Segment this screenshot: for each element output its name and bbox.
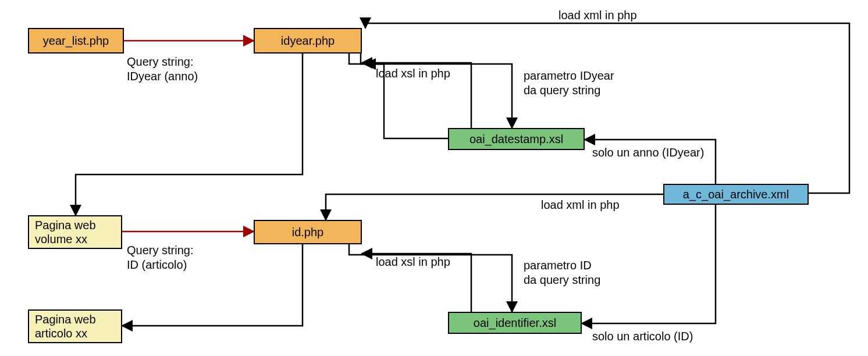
node-idyear: idyear.php — [254, 28, 362, 54]
diagram-canvas: { "nodes": { "year_list": "year_list.php… — [0, 0, 868, 356]
node-label: Pagina web articolo xx — [35, 312, 96, 340]
node-label: id.php — [292, 225, 324, 239]
label-query-string-id: Query string: ID (articolo) — [127, 243, 193, 272]
node-label: idyear.php — [281, 34, 335, 48]
node-label: Pagina web volume xx — [35, 218, 96, 246]
node-oai-identifier: oai_identifier.xsl — [448, 312, 582, 334]
label-param-id: parametro ID da query string — [524, 258, 600, 287]
node-label: oai_identifier.xsl — [474, 316, 556, 330]
node-year-list: year_list.php — [28, 28, 124, 54]
label-query-string-idyear: Query string: IDyear (anno) — [127, 55, 198, 84]
label-load-xsl-top: load xsl in php — [376, 66, 450, 81]
node-label: year_list.php — [43, 34, 109, 48]
node-archive-xml: a_c_oai_archive.xml — [663, 184, 809, 205]
label-load-xml-mid: load xml in php — [541, 198, 620, 212]
node-id: id.php — [254, 220, 362, 244]
connections-layer — [0, 0, 868, 356]
label-solo-articolo: solo un articolo (ID) — [592, 329, 693, 344]
label-load-xml-top: load xml in php — [558, 8, 637, 23]
node-oai-datestamp: oai_datestamp.xsl — [448, 128, 585, 150]
node-label: oai_datestamp.xsl — [469, 132, 563, 146]
node-pagina-volume: Pagina web volume xx — [28, 215, 122, 249]
node-pagina-articolo: Pagina web articolo xx — [28, 309, 122, 343]
node-label: a_c_oai_archive.xml — [683, 187, 789, 201]
label-load-xsl-bot: load xsl in php — [376, 255, 450, 269]
label-param-idyear: parametro IDyear da query string — [524, 69, 614, 98]
label-solo-anno: solo un anno (IDyear) — [592, 145, 704, 160]
